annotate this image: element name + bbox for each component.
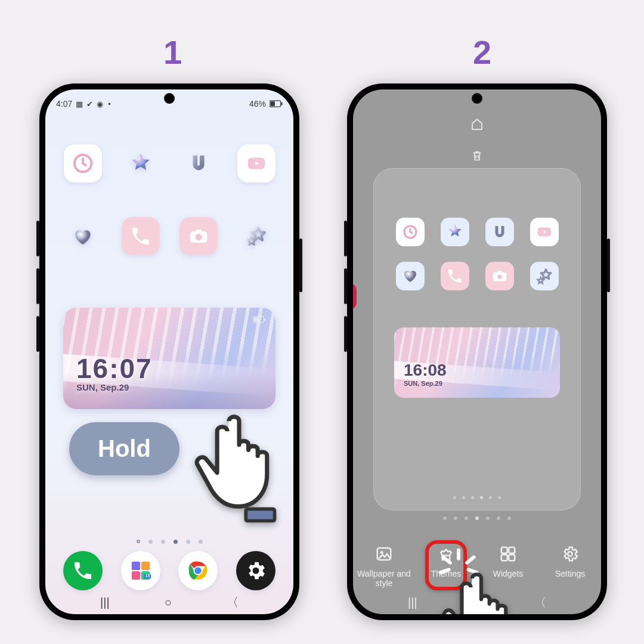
battery-percent: 46% — [249, 99, 266, 109]
widget-clock-text: 16:08 SUN, Sep.29 — [404, 361, 447, 387]
app-star-outline-3d[interactable] — [530, 262, 559, 290]
nav-back-icon[interactable]: 〈 — [227, 595, 239, 611]
punch-hole-camera — [164, 93, 175, 104]
wallpaper-icon — [374, 544, 394, 564]
svg-rect-5 — [281, 102, 282, 105]
tap-hand-cursor — [436, 564, 526, 614]
svg-point-35 — [568, 552, 572, 556]
app-icon-grid — [62, 144, 277, 255]
svg-rect-23 — [246, 509, 274, 521]
delete-page-icon[interactable] — [470, 149, 484, 165]
svg-rect-32 — [509, 547, 515, 553]
app-phone[interactable] — [122, 217, 160, 255]
app-u-magnet[interactable] — [179, 144, 218, 182]
page-dot-active[interactable] — [174, 540, 178, 544]
tap-hand-cursor — [188, 405, 290, 525]
page-dot[interactable] — [186, 540, 190, 544]
svg-rect-16 — [132, 571, 140, 580]
app-clock[interactable] — [64, 144, 102, 182]
dock-app-settings[interactable] — [236, 551, 275, 590]
settings-icon — [560, 544, 580, 564]
widget-time: 16:07 — [76, 352, 153, 385]
previous-page-peek[interactable] — [353, 284, 357, 309]
status-time: 4:07 — [56, 99, 72, 109]
svg-rect-13 — [264, 318, 265, 321]
svg-point-9 — [195, 234, 202, 240]
app-heart-3d[interactable] — [396, 262, 425, 290]
svg-rect-4 — [270, 101, 275, 106]
app-star-3d[interactable] — [122, 144, 160, 182]
app-clock[interactable] — [396, 218, 425, 246]
app-camera[interactable] — [485, 262, 514, 290]
svg-rect-33 — [501, 555, 507, 561]
page-dot-home[interactable] — [137, 540, 140, 543]
svg-rect-15 — [141, 562, 150, 570]
step-number-2: 2 — [473, 33, 491, 72]
image-icon: ▦ — [76, 100, 83, 109]
svg-rect-10 — [196, 230, 202, 233]
svg-rect-34 — [509, 555, 515, 561]
nav-bar: ||| ○ 〈 — [45, 594, 293, 611]
editor-page-indicator[interactable] — [353, 516, 601, 520]
hold-instruction-badge: Hold — [69, 422, 179, 475]
more-notifications-icon — [107, 100, 111, 109]
svg-line-39 — [443, 557, 450, 562]
option-wallpaper-and-style[interactable]: Wallpaper and style — [353, 544, 415, 588]
preview-page-indicator — [374, 496, 580, 499]
home-page-preview[interactable]: 16:08 SUN, Sep.29 — [373, 168, 581, 510]
svg-line-37 — [467, 557, 474, 562]
page-dot[interactable] — [161, 540, 165, 544]
preview-app-grid — [393, 218, 561, 290]
nav-recents-icon[interactable]: ||| — [408, 596, 417, 609]
clock-widget-preview[interactable]: 16:08 SUN, Sep.29 — [394, 327, 560, 398]
option-settings[interactable]: Settings — [539, 544, 601, 588]
phone-step-2: 16:08 SUN, Sep.29 Wallpaper and style — [347, 83, 607, 620]
home-page-icon[interactable] — [470, 117, 484, 131]
clock-widget[interactable]: 16:07 SUN, Sep.29 — [63, 308, 275, 409]
app-phone[interactable] — [441, 262, 469, 290]
dock: 15 — [45, 551, 293, 590]
app-heart-3d[interactable] — [64, 217, 102, 255]
page-dot[interactable] — [199, 540, 203, 544]
widget-date: SUN, Sep.29 — [404, 380, 447, 387]
dock-app-phone[interactable] — [63, 551, 103, 590]
dock-app-widgets[interactable]: 15 — [121, 551, 160, 590]
svg-rect-14 — [132, 562, 140, 570]
app-camera[interactable] — [179, 217, 218, 255]
check-icon: ✔ — [86, 100, 93, 109]
option-label: Settings — [555, 569, 586, 578]
option-label: Wallpaper and style — [353, 569, 415, 588]
app-star-outline-3d[interactable] — [237, 217, 275, 255]
widget-time: 16:08 — [404, 361, 447, 380]
app-youtube[interactable] — [237, 144, 275, 182]
battery-icon — [270, 100, 283, 107]
step-number-1: 1 — [163, 33, 182, 72]
widgets-icon — [498, 544, 518, 564]
phone-step-1: 4:07 ▦ ✔ ◉ 46% — [39, 83, 299, 620]
nav-back-icon[interactable]: 〈 — [534, 595, 546, 611]
app-youtube[interactable] — [530, 218, 559, 246]
nav-home-icon[interactable]: ○ — [165, 596, 172, 609]
page-indicator[interactable] — [45, 540, 293, 544]
nav-recents-icon[interactable]: ||| — [100, 596, 110, 609]
widget-clock-text: 16:07 SUN, Sep.29 — [76, 352, 153, 392]
svg-point-27 — [497, 275, 502, 280]
svg-rect-31 — [501, 547, 507, 553]
app-u-magnet[interactable] — [485, 218, 514, 246]
svg-rect-28 — [497, 271, 502, 273]
svg-rect-12 — [253, 317, 258, 321]
home-screen[interactable]: 4:07 ▦ ✔ ◉ 46% — [45, 89, 293, 614]
dock-app-chrome[interactable] — [178, 551, 218, 590]
widget-battery-icon — [253, 316, 266, 323]
home-screen-editor[interactable]: 16:08 SUN, Sep.29 Wallpaper and style — [353, 89, 601, 614]
svg-point-30 — [380, 551, 383, 554]
svg-text:15: 15 — [145, 574, 150, 578]
punch-hole-camera — [472, 93, 482, 104]
sync-icon: ◉ — [97, 100, 103, 109]
app-star-3d[interactable] — [441, 218, 469, 246]
page-dot[interactable] — [148, 540, 153, 544]
